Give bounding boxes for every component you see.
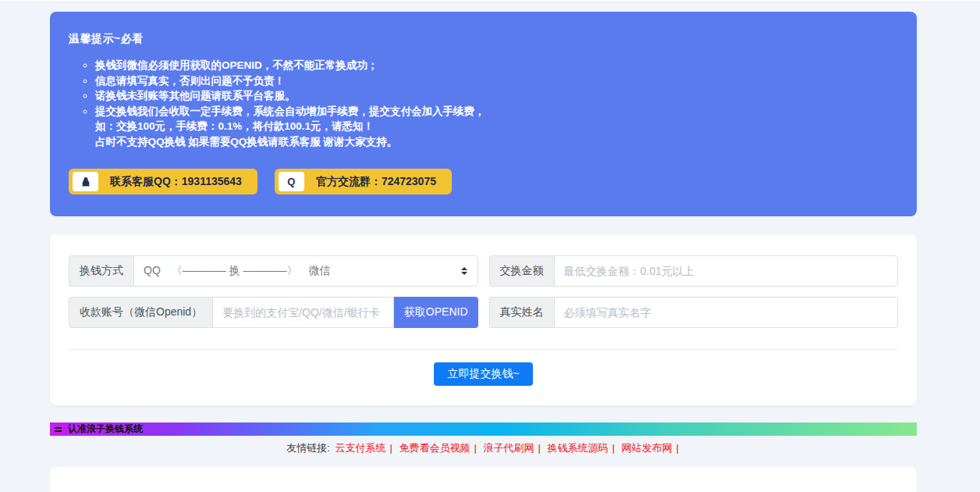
- contact-qq-label: 联系客服QQ：1931135643: [110, 175, 242, 189]
- bottom-card-stub: [50, 467, 917, 492]
- friend-links-label: 友情链接:: [286, 442, 330, 454]
- notice-banner: 温馨提示~必看 换钱到微信必须使用获取的OPENID，不然不能正常换成功； 信息…: [50, 12, 917, 216]
- link-separator: |: [612, 442, 614, 454]
- qq-group-icon: Q: [279, 172, 304, 191]
- exchange-method-group: 换钱方式 QQ 〈———— 换 ————〉 微信: [69, 255, 478, 287]
- brand-bar-icon: [55, 426, 62, 433]
- friend-link[interactable]: 云支付系统: [335, 442, 385, 454]
- get-openid-button[interactable]: 获取OPENID: [394, 297, 478, 328]
- brand-bar-text: 认准浪子换钱系统: [68, 422, 143, 436]
- friend-links-row: 友情链接: 云支付系统| 免费看会员视频| 浪子代刷网| 换钱系统源码| 网站发…: [50, 441, 917, 455]
- real-name-label: 真实姓名: [489, 297, 554, 328]
- qq-group-icon-letter: Q: [287, 176, 295, 187]
- notice-item: 换钱到微信必须使用获取的OPENID，不然不能正常换成功；: [95, 58, 898, 73]
- exchange-method-label: 换钱方式: [69, 255, 133, 287]
- notice-item: 诺换钱未到账等其他问题请联系平台客服。: [95, 88, 898, 104]
- group-qq-button[interactable]: Q 官方交流群：724723075: [275, 169, 452, 194]
- link-separator: |: [676, 442, 678, 454]
- account-input[interactable]: [212, 297, 394, 328]
- page-container: 温馨提示~必看 换钱到微信必须使用获取的OPENID，不然不能正常换成功； 信息…: [50, 12, 917, 492]
- form-divider: [69, 349, 898, 350]
- group-qq-label: 官方交流群：724723075: [316, 175, 436, 189]
- amount-input[interactable]: [554, 255, 899, 287]
- amount-group: 交换金额: [489, 255, 899, 287]
- notice-item: 信息请填写真实，否则出问题不予负责！: [95, 73, 898, 89]
- link-separator: |: [474, 442, 476, 454]
- select-arrows-icon: [461, 264, 467, 278]
- banner-title: 温馨提示~必看: [69, 32, 898, 46]
- link-separator: |: [538, 442, 540, 454]
- submit-exchange-button[interactable]: 立即提交换钱~: [434, 362, 532, 386]
- amount-label: 交换金额: [489, 255, 554, 287]
- exchange-method-select[interactable]: QQ 〈———— 换 ————〉 微信: [133, 255, 478, 287]
- real-name-input[interactable]: [554, 297, 899, 328]
- top-navbar-edge: [0, 0, 980, 2]
- form-grid: 换钱方式 QQ 〈———— 换 ————〉 微信 交换金额 收款账号（微信Ope…: [69, 255, 898, 328]
- submit-row: 立即提交换钱~: [69, 362, 898, 386]
- exchange-method-value: QQ 〈———— 换 ————〉 微信: [144, 264, 331, 278]
- banner-buttons: 联系客服QQ：1931135643 Q 官方交流群：724723075: [69, 169, 898, 194]
- friend-link[interactable]: 换钱系统源码: [547, 442, 608, 454]
- account-group: 收款账号（微信Openid） 获取OPENID: [69, 297, 478, 328]
- notice-list: 换钱到微信必须使用获取的OPENID，不然不能正常换成功； 信息请填写真实，否则…: [69, 58, 898, 149]
- friend-link[interactable]: 免费看会员视频: [399, 442, 470, 454]
- account-label: 收款账号（微信Openid）: [69, 297, 212, 328]
- real-name-group: 真实姓名: [489, 297, 899, 328]
- exchange-form-card: 换钱方式 QQ 〈———— 换 ————〉 微信 交换金额 收款账号（微信Ope…: [50, 234, 917, 405]
- contact-qq-button[interactable]: 联系客服QQ：1931135643: [69, 169, 257, 194]
- link-separator: |: [389, 442, 392, 454]
- notice-item: 提交换钱我们会收取一定手续费，系统会自动增加手续费，提交支付会加入手续费， 如：…: [95, 104, 898, 150]
- brand-bar: 认准浪子换钱系统: [50, 422, 917, 436]
- friend-link[interactable]: 浪子代刷网: [483, 442, 534, 454]
- friend-link[interactable]: 网站发布网: [621, 442, 672, 454]
- qq-penguin-icon: [73, 172, 98, 191]
